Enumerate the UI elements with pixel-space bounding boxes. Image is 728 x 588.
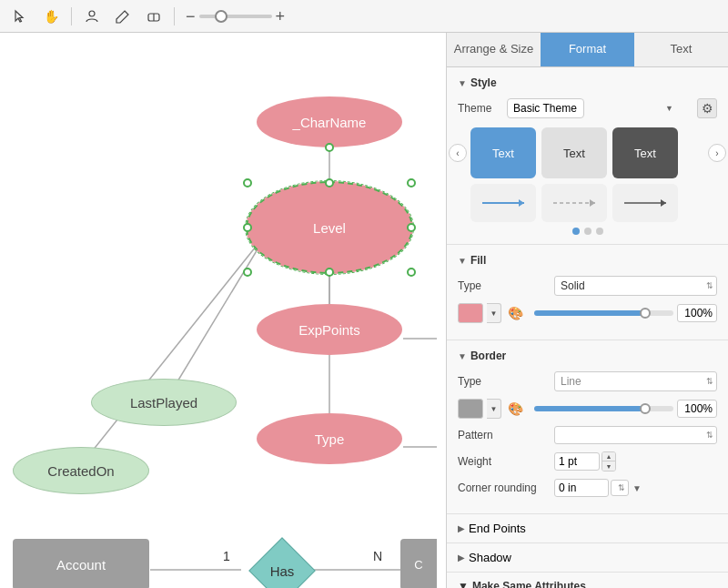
border-opacity-thumb[interactable] <box>640 403 651 414</box>
user-tool[interactable] <box>79 4 105 29</box>
border-corner-arrow: ▼ <box>632 483 645 493</box>
right-node-label: C <box>414 558 422 572</box>
handle-ml[interactable] <box>243 223 252 232</box>
level-label: Level <box>313 220 346 236</box>
style-arrow-icon: ▼ <box>458 78 467 88</box>
border-palette-button[interactable]: 🎨 <box>505 399 525 419</box>
charname-node[interactable]: _CharName <box>257 96 402 147</box>
fill-type-select[interactable]: Solid <box>554 276 717 296</box>
line-style-cards <box>470 184 704 222</box>
border-corner-row: Corner rounding 0 in ▼ <box>458 479 717 497</box>
make-same-section: ▼ Make Same Attributes Fill <box>447 573 728 588</box>
handle-tc[interactable] <box>325 178 334 188</box>
style-card-dark[interactable]: Text <box>612 127 678 178</box>
handle-tr[interactable] <box>407 178 416 188</box>
border-weight-input[interactable]: 1 pt <box>554 452 600 471</box>
handle-br[interactable] <box>407 268 416 277</box>
zoom-slider[interactable] <box>199 15 272 18</box>
line-card-2[interactable] <box>541 184 607 222</box>
pointer-tool[interactable] <box>7 4 33 29</box>
handle-bottom[interactable] <box>325 143 334 152</box>
handle-bl[interactable] <box>243 268 252 277</box>
border-opacity-control: 100% <box>534 400 717 418</box>
lastplayed-node[interactable]: LastPlayed <box>91 379 237 426</box>
border-type-label: Type <box>458 375 549 388</box>
style-section-label: Style <box>470 76 497 89</box>
fill-section-label: Fill <box>470 254 486 267</box>
border-pattern-input[interactable] <box>554 426 717 444</box>
shadow-section[interactable]: ▶ Shadow <box>447 543 728 573</box>
toolbar-separator-2 <box>174 7 175 25</box>
fill-type-label: Type <box>458 279 549 292</box>
make-same-header[interactable]: ▼ Make Same Attributes <box>458 580 717 588</box>
handle-bc[interactable] <box>325 268 334 277</box>
tab-text[interactable]: Text <box>634 33 728 66</box>
account-node[interactable]: Account <box>13 539 149 588</box>
style-card-blue[interactable]: Text <box>470 127 536 178</box>
fill-type-row: Type Solid <box>458 276 717 296</box>
border-weight-label: Weight <box>458 455 549 468</box>
border-section: ▼ Border Type Line ▼ 🎨 <box>447 340 728 514</box>
level-node[interactable]: Level <box>246 181 413 274</box>
svg-point-1 <box>89 11 95 16</box>
zoom-out-button[interactable]: − <box>186 8 196 25</box>
svg-line-6 <box>167 231 268 400</box>
handle-tl[interactable] <box>243 178 252 188</box>
type-label: Type <box>315 431 345 447</box>
fill-section-header[interactable]: ▼ Fill <box>458 254 717 267</box>
has-diamond-container[interactable]: Has <box>246 548 318 588</box>
make-same-label: Make Same Attributes <box>472 580 586 588</box>
eraser-tool[interactable] <box>141 4 167 29</box>
theme-select-wrap: Basic Theme <box>507 98 693 118</box>
svg-text:1: 1 <box>223 549 230 563</box>
end-points-section[interactable]: ▶ End Points <box>447 514 728 543</box>
style-section-header[interactable]: ▼ Style <box>458 76 717 89</box>
pen-tool[interactable] <box>110 4 136 29</box>
theme-select[interactable]: Basic Theme <box>507 98 584 118</box>
stepper-up[interactable]: ▲ <box>602 452 615 461</box>
panel-tabs: Arrange & Size Format Text <box>447 33 728 67</box>
carousel-prev-button[interactable]: ‹ <box>449 144 467 162</box>
tab-format[interactable]: Format <box>541 33 634 66</box>
fill-color-swatch[interactable] <box>458 303 483 323</box>
border-color-dropdown[interactable]: ▼ <box>487 399 501 419</box>
border-pattern-label: Pattern <box>458 429 549 441</box>
border-type-select[interactable]: Line <box>554 371 717 391</box>
fill-opacity-thumb[interactable] <box>640 308 651 319</box>
createdon-node[interactable]: CreatedOn <box>13 447 149 494</box>
svg-marker-16 <box>519 199 524 207</box>
border-weight-row: Weight 1 pt ▲ ▼ <box>458 451 717 471</box>
fill-color-dropdown[interactable]: ▼ <box>487 303 501 323</box>
handle-mr[interactable] <box>407 223 416 232</box>
carousel-next-button[interactable]: › <box>708 144 726 162</box>
border-opacity-input[interactable]: 100% <box>677 400 717 418</box>
border-section-label: Border <box>470 350 506 362</box>
theme-gear-button[interactable]: ⚙ <box>697 98 717 118</box>
border-section-header[interactable]: ▼ Border <box>458 350 717 362</box>
zoom-in-button[interactable]: + <box>276 8 286 25</box>
fill-opacity-input[interactable]: 100% <box>677 304 717 322</box>
shadow-label: Shadow <box>469 551 511 564</box>
fill-palette-button[interactable]: 🎨 <box>505 303 525 323</box>
hand-tool[interactable]: ✋ <box>38 4 64 29</box>
border-corner-label: Corner rounding <box>458 482 549 494</box>
style-card-gray[interactable]: Text <box>541 127 607 178</box>
zoom-control: − + <box>186 8 285 25</box>
exppoints-node[interactable]: ExpPoints <box>257 304 402 355</box>
fill-type-select-wrap: Solid <box>554 276 717 296</box>
border-type-select-wrap: Line <box>554 371 717 391</box>
line-card-3[interactable] <box>612 184 678 222</box>
stepper-down[interactable]: ▼ <box>602 461 615 471</box>
type-node[interactable]: Type <box>257 413 402 464</box>
border-color-row: ▼ 🎨 100% <box>458 399 717 419</box>
make-same-arrow-icon: ▼ <box>458 580 469 588</box>
border-color-swatch[interactable] <box>458 399 483 419</box>
canvas[interactable]: 1 N _CharName Level ExpPoints <box>0 33 446 588</box>
tab-arrange-size[interactable]: Arrange & Size <box>447 33 541 66</box>
border-corner-dropdown-wrap <box>611 480 629 496</box>
border-corner-input[interactable]: 0 in <box>554 479 609 497</box>
right-node[interactable]: C <box>400 539 437 588</box>
line-card-1[interactable] <box>470 184 536 222</box>
border-corner-control: 0 in ▼ <box>554 479 717 497</box>
border-corner-select[interactable] <box>611 480 629 496</box>
